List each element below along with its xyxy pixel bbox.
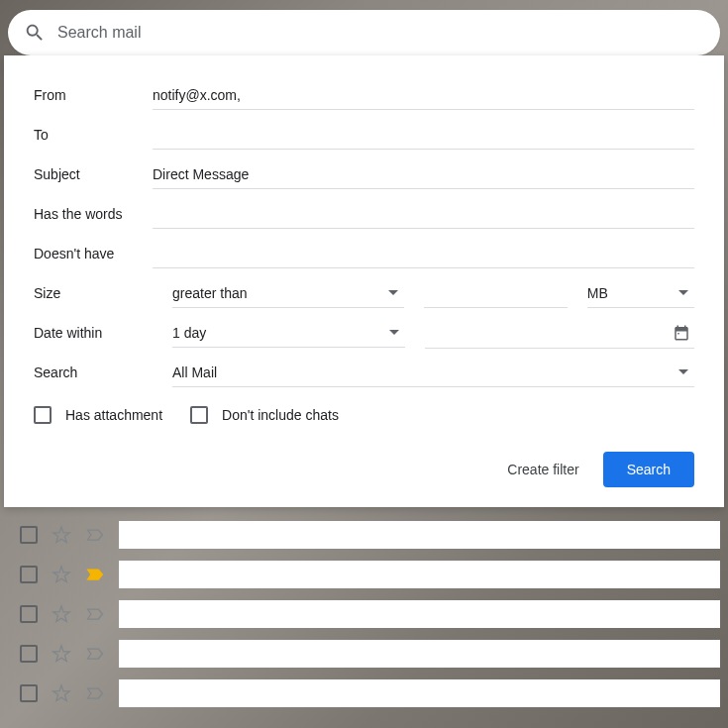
date-input[interactable] bbox=[425, 325, 673, 340]
mail-content bbox=[119, 679, 720, 707]
mail-content bbox=[119, 561, 720, 588]
mail-row[interactable] bbox=[4, 634, 728, 674]
mail-checkbox[interactable] bbox=[20, 526, 38, 544]
size-comparator-value: greater than bbox=[172, 285, 248, 301]
search-icon bbox=[24, 22, 46, 44]
chevron-down-icon bbox=[678, 369, 688, 374]
chevron-down-icon bbox=[388, 290, 398, 295]
dont-include-chats-label: Don't include chats bbox=[222, 407, 339, 423]
mail-row[interactable] bbox=[4, 674, 728, 713]
mail-content bbox=[119, 640, 720, 668]
checkbox-icon bbox=[190, 406, 208, 424]
label-icon[interactable] bbox=[85, 604, 105, 624]
mail-row[interactable] bbox=[4, 515, 728, 555]
search-input[interactable] bbox=[57, 24, 704, 42]
calendar-icon[interactable] bbox=[673, 324, 690, 342]
doesnt-have-label: Doesn't have bbox=[34, 246, 153, 261]
mail-content bbox=[119, 600, 720, 628]
label-icon[interactable] bbox=[85, 525, 105, 545]
date-range-value: 1 day bbox=[172, 325, 206, 341]
size-unit-value: MB bbox=[587, 285, 608, 301]
date-within-label: Date within bbox=[34, 325, 153, 341]
size-amount-input[interactable] bbox=[424, 279, 567, 308]
to-label: To bbox=[34, 127, 153, 143]
to-input[interactable] bbox=[153, 121, 694, 150]
has-words-input[interactable] bbox=[153, 200, 694, 229]
mail-row[interactable] bbox=[4, 555, 728, 594]
star-icon[interactable] bbox=[52, 683, 71, 703]
mail-checkbox[interactable] bbox=[20, 605, 38, 623]
search-button[interactable]: Search bbox=[603, 452, 694, 487]
search-bar[interactable] bbox=[8, 10, 720, 55]
has-attachment-checkbox[interactable]: Has attachment bbox=[34, 406, 162, 424]
doesnt-have-input[interactable] bbox=[153, 240, 694, 268]
chevron-down-icon bbox=[678, 290, 688, 295]
mail-checkbox[interactable] bbox=[20, 566, 38, 583]
size-label: Size bbox=[34, 285, 153, 301]
mail-content bbox=[119, 521, 720, 549]
search-scope-label: Search bbox=[34, 364, 153, 380]
star-icon[interactable] bbox=[52, 644, 71, 664]
search-scope-value: All Mail bbox=[172, 364, 217, 380]
mail-checkbox[interactable] bbox=[20, 684, 38, 702]
from-label: From bbox=[34, 87, 153, 103]
checkbox-icon bbox=[34, 406, 52, 424]
label-icon[interactable] bbox=[85, 683, 105, 703]
size-unit-select[interactable]: MB bbox=[587, 279, 694, 308]
label-icon[interactable] bbox=[85, 644, 105, 664]
mail-row[interactable] bbox=[4, 594, 728, 634]
has-attachment-label: Has attachment bbox=[65, 407, 162, 423]
has-words-label: Has the words bbox=[34, 206, 153, 222]
create-filter-button[interactable]: Create filter bbox=[507, 454, 578, 485]
size-comparator-select[interactable]: greater than bbox=[172, 279, 404, 308]
star-icon[interactable] bbox=[52, 604, 71, 624]
subject-label: Subject bbox=[34, 166, 153, 182]
dont-include-chats-checkbox[interactable]: Don't include chats bbox=[190, 406, 339, 424]
star-icon[interactable] bbox=[52, 565, 71, 584]
subject-input[interactable] bbox=[153, 160, 694, 189]
chevron-down-icon bbox=[389, 330, 399, 335]
search-scope-select[interactable]: All Mail bbox=[172, 359, 694, 387]
mail-list: Audiense Daily summary for account @Adam… bbox=[4, 475, 728, 713]
date-range-select[interactable]: 1 day bbox=[172, 319, 405, 348]
label-icon[interactable] bbox=[85, 565, 105, 584]
search-filter-panel: From To Subject Has the words Doesn't ha… bbox=[4, 55, 724, 507]
mail-checkbox[interactable] bbox=[20, 645, 38, 663]
from-input[interactable] bbox=[153, 81, 694, 110]
star-icon[interactable] bbox=[52, 525, 71, 545]
